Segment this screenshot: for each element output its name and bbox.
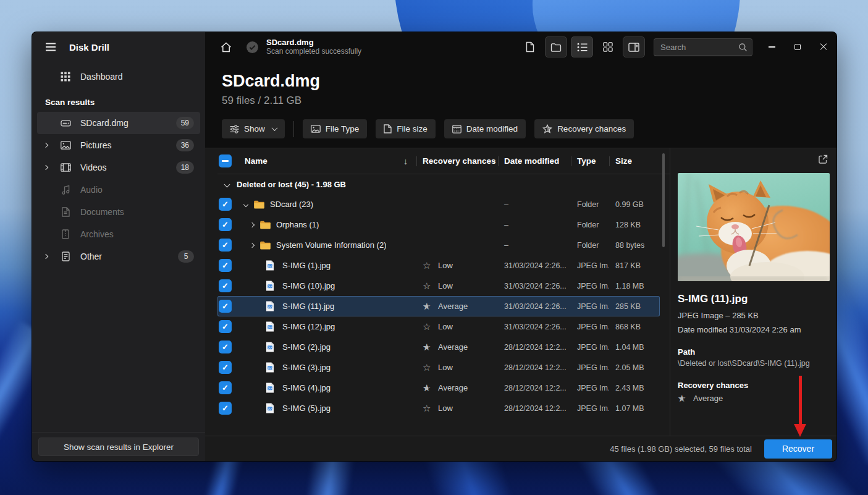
- sidebar-item-label: Documents: [80, 207, 178, 217]
- sort-descending-icon[interactable]: ↓: [403, 156, 408, 166]
- column-header-size[interactable]: Size: [609, 155, 656, 167]
- tree-chevron-icon[interactable]: [247, 243, 257, 247]
- group-header-row[interactable]: Deleted or lost (45) - 1.98 GB: [217, 174, 670, 194]
- column-header-recovery[interactable]: Recovery chances: [416, 155, 498, 167]
- scan-results-list: SDcard.dmg 59 Pictures 36 Videos 18 Audi…: [32, 112, 205, 268]
- sidebar-item-dashboard[interactable]: Dashboard: [37, 66, 200, 88]
- sidebar-item-audio[interactable]: Audio: [37, 179, 200, 201]
- recovery-label: Low: [438, 261, 453, 270]
- recovery-cell: ☆★ Average: [416, 383, 498, 393]
- search-input[interactable]: [654, 38, 752, 56]
- table-row[interactable]: S-IMG (5).jpg ☆★ Low 28/12/2024 12:2... …: [217, 398, 660, 418]
- show-in-explorer-button[interactable]: Show scan results in Explorer: [38, 438, 199, 456]
- open-folder-button[interactable]: [545, 36, 567, 57]
- session-file-button[interactable]: [519, 36, 541, 57]
- file-name: System Volume Information (2): [276, 240, 386, 250]
- table-row[interactable]: SDcard (23) ☆★ – Folder 0.99 GB: [217, 194, 660, 214]
- sidebar: Disk Drill Dashboard Scan results SDcard…: [32, 32, 205, 461]
- home-button[interactable]: [217, 38, 235, 56]
- size-cell: 285 KB: [609, 302, 656, 311]
- row-checkbox[interactable]: [219, 341, 232, 353]
- type-cell: JPEG Im...: [571, 282, 609, 290]
- list-view-button[interactable]: [571, 36, 593, 57]
- date-cell: 31/03/2024 2:26...: [498, 323, 571, 331]
- size-cell: 88 bytes: [609, 241, 656, 250]
- table-row[interactable]: System Volume Information (2) ☆★ – Folde…: [217, 235, 660, 255]
- column-header-name[interactable]: Name ↓: [238, 155, 416, 167]
- sidebar-item-videos[interactable]: Videos 18: [37, 156, 200, 179]
- tree-chevron-icon[interactable]: [241, 203, 251, 206]
- sidebar-item-pictures[interactable]: Pictures 36: [37, 134, 200, 156]
- jpeg-file-icon: [266, 342, 277, 352]
- recovery-cell: ☆★ Average: [416, 342, 498, 352]
- row-checkbox[interactable]: [219, 198, 232, 211]
- column-header-date[interactable]: Date modified: [498, 155, 571, 167]
- row-checkbox[interactable]: [219, 402, 232, 415]
- close-button[interactable]: [811, 32, 836, 62]
- file-type-filter-button[interactable]: File Type: [303, 119, 368, 138]
- grid-view-button[interactable]: [597, 36, 619, 57]
- tree-chevron-icon[interactable]: [247, 223, 257, 227]
- row-checkbox[interactable]: [219, 259, 232, 272]
- sidebar-item-documents[interactable]: Documents: [37, 201, 200, 223]
- row-checkbox[interactable]: [219, 239, 232, 252]
- table-row[interactable]: S-IMG (3).jpg ☆★ Low 28/12/2024 12:2... …: [217, 357, 660, 378]
- select-all-checkbox[interactable]: [219, 154, 232, 167]
- jpeg-file-icon: [266, 403, 277, 413]
- half-star-icon: ☆★: [678, 393, 688, 404]
- hamburger-menu-button[interactable]: [42, 38, 59, 56]
- jpeg-file-icon: [266, 260, 277, 271]
- open-preview-window-button[interactable]: [818, 154, 828, 164]
- maximize-button[interactable]: [785, 32, 811, 62]
- recovery-star-icon: ☆★: [423, 281, 432, 291]
- recover-button[interactable]: Recover: [764, 439, 832, 459]
- chevron-right-icon[interactable]: [41, 166, 51, 169]
- sidebar-item-other[interactable]: Other 5: [37, 245, 200, 268]
- size-cell: 817 KB: [609, 261, 656, 270]
- table-row[interactable]: S-IMG (10).jpg ☆★ Low 31/03/2024 2:26...…: [217, 276, 660, 296]
- row-checkbox[interactable]: [219, 218, 232, 231]
- recovery-label: Average: [438, 342, 468, 352]
- recovery-star-icon: ☆★: [423, 260, 432, 271]
- main-area: SDcard.dmg Scan completed successfully: [205, 32, 836, 461]
- table-row[interactable]: S-IMG (12).jpg ☆★ Low 31/03/2024 2:26...…: [217, 316, 660, 337]
- row-checkbox[interactable]: [219, 300, 232, 313]
- sidebar-item-sdcard-dmg[interactable]: SDcard.dmg 59: [37, 112, 200, 134]
- row-checkbox[interactable]: [219, 381, 232, 394]
- type-cell: JPEG Im...: [571, 323, 609, 331]
- row-name-cell: Orphans (1): [238, 219, 416, 230]
- vertical-scrollbar[interactable]: [662, 153, 665, 247]
- search-icon: [738, 43, 748, 52]
- recovery-chances-filter-button[interactable]: Recovery chances: [534, 119, 634, 138]
- recovery-chances-filter-label: Recovery chances: [557, 124, 626, 133]
- table-row[interactable]: S-IMG (4).jpg ☆★ Average 28/12/2024 12:2…: [217, 378, 660, 398]
- chevron-right-icon[interactable]: [41, 143, 51, 147]
- size-cell: 1.07 MB: [609, 404, 656, 413]
- chevron-right-icon[interactable]: [41, 255, 51, 258]
- table-row[interactable]: Orphans (1) ☆★ – Folder 128 KB: [217, 214, 660, 235]
- recovery-cell: ☆★ Low: [416, 362, 498, 373]
- row-checkbox[interactable]: [219, 320, 232, 333]
- table-row[interactable]: S-IMG (11).jpg ☆★ Average 31/03/2024 2:2…: [217, 296, 660, 316]
- size-cell: 0.99 GB: [609, 200, 656, 209]
- preview-panel-toggle-button[interactable]: [623, 36, 645, 57]
- table-row[interactable]: S-IMG (1).jpg ☆★ Low 31/03/2024 2:26... …: [217, 255, 660, 276]
- column-header-type[interactable]: Type: [571, 155, 609, 167]
- date-modified-filter-button[interactable]: Date modified: [444, 119, 526, 138]
- recovery-star-icon: ☆★: [423, 383, 432, 393]
- sidebar-footer: Show scan results in Explorer: [32, 432, 205, 461]
- date-cell: –: [498, 200, 571, 209]
- grid-view-icon: [603, 42, 613, 52]
- table-row[interactable]: S-IMG (2).jpg ☆★ Average 28/12/2024 12:2…: [217, 337, 660, 357]
- file-name: S-IMG (10).jpg: [282, 281, 335, 290]
- row-checkbox[interactable]: [219, 361, 232, 374]
- file-size-filter-button[interactable]: File size: [376, 119, 436, 138]
- file-name: S-IMG (3).jpg: [282, 363, 331, 372]
- other-icon: [59, 250, 72, 263]
- show-filter-button[interactable]: Show: [222, 119, 285, 138]
- sidebar-item-archives[interactable]: Archives: [37, 223, 200, 245]
- toolbar: [519, 36, 645, 57]
- star-icon: [542, 124, 552, 133]
- minimize-button[interactable]: [759, 32, 785, 62]
- row-checkbox[interactable]: [219, 279, 232, 292]
